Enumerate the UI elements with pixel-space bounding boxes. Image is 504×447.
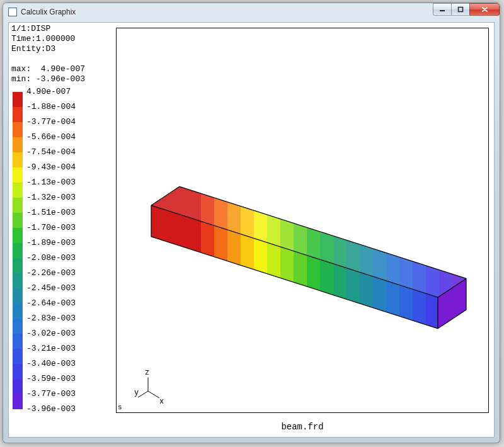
svg-rect-33 (294, 28, 308, 412)
svg-rect-32 (280, 28, 295, 412)
svg-rect-21 (413, 28, 427, 412)
legend-bar (13, 92, 23, 409)
info-dataset: 1/1:DISP (11, 24, 50, 33)
legend-value: 4.90e-007 (26, 84, 76, 99)
beam-render: z y x (117, 28, 488, 412)
svg-rect-41 (399, 28, 414, 412)
svg-rect-14 (320, 28, 335, 412)
svg-rect-38 (360, 28, 374, 412)
axis-z-label: z (145, 368, 149, 377)
svg-rect-18 (373, 28, 387, 412)
legend-value: -1.13e-003 (26, 175, 76, 190)
svg-rect-26 (201, 28, 215, 412)
legend-swatch (13, 319, 23, 334)
svg-rect-27 (214, 28, 229, 412)
legend-value: -5.66e-004 (26, 130, 76, 145)
app-icon (8, 8, 17, 16)
svg-rect-17 (360, 28, 374, 412)
svg-rect-43 (426, 28, 440, 412)
svg-rect-31 (267, 28, 282, 412)
legend-value: -3.77e-004 (26, 115, 76, 130)
legend-swatch (13, 183, 23, 198)
svg-line-48 (138, 391, 148, 397)
legend-swatch (13, 213, 23, 228)
legend-swatch (13, 152, 23, 167)
svg-rect-22 (426, 28, 440, 412)
svg-rect-24 (452, 28, 467, 412)
svg-rect-37 (346, 28, 361, 412)
axis-x-label: x (159, 397, 164, 406)
info-max: max: 4.90e-007 (11, 64, 85, 74)
svg-rect-30 (254, 28, 268, 412)
app-window: Calculix Graphix 1/1:DISP Time:1.000000 … (3, 3, 500, 443)
legend-labels: 4.90e-007-1.88e-004-3.77e-004-5.66e-004-… (26, 84, 76, 417)
minimize-button[interactable] (433, 3, 452, 16)
svg-rect-12 (294, 28, 308, 412)
legend-value: -3.96e-003 (26, 402, 76, 417)
svg-line-49 (148, 391, 159, 398)
svg-rect-16 (346, 28, 361, 412)
legend-swatch (13, 303, 23, 319)
info-entity: Entity:D3 (11, 44, 55, 54)
legend-value: -3.40e-003 (26, 356, 76, 371)
svg-rect-39 (373, 28, 387, 412)
svg-rect-28 (227, 28, 242, 412)
legend-swatch (13, 288, 23, 303)
filename-label: beam.frd (116, 422, 489, 432)
titlebar[interactable]: Calculix Graphix (3, 3, 500, 21)
close-button[interactable] (469, 3, 500, 16)
legend-value: -1.32e-003 (26, 190, 76, 205)
svg-rect-35 (320, 28, 335, 412)
svg-rect-36 (333, 28, 348, 412)
legend-value: -1.88e-004 (26, 99, 76, 115)
legend-swatch (13, 379, 23, 394)
plot-viewport[interactable]: z y x s (116, 28, 489, 413)
legend-swatch (13, 198, 23, 213)
legend-swatch (13, 364, 23, 379)
legend-swatch (13, 167, 23, 183)
legend-swatch (13, 92, 23, 107)
legend-swatch (13, 334, 23, 349)
legend-swatch (13, 137, 23, 152)
legend-swatch (13, 228, 23, 243)
svg-rect-15 (333, 28, 348, 412)
legend-value: -7.54e-004 (26, 145, 76, 160)
client-area: 1/1:DISP Time:1.000000 Entity:D3 max: 4.… (8, 22, 495, 438)
info-time: Time:1.000000 (11, 34, 75, 43)
legend-swatch (13, 122, 23, 137)
legend-swatch (13, 243, 23, 258)
legend-swatch (13, 107, 23, 122)
legend-value: -2.64e-003 (26, 296, 76, 311)
color-legend: 4.90e-007-1.88e-004-3.77e-004-5.66e-004-… (13, 92, 76, 417)
svg-rect-1 (459, 8, 463, 12)
svg-rect-13 (307, 28, 321, 412)
maximize-button[interactable] (451, 3, 470, 16)
legend-value: -3.21e-003 (26, 341, 76, 356)
info-min: min: -3.96e-003 (11, 74, 85, 84)
svg-rect-23 (439, 28, 454, 412)
svg-rect-4 (151, 28, 202, 412)
axis-triad-icon: z y x (134, 368, 164, 406)
svg-rect-20 (399, 28, 414, 412)
svg-rect-45 (452, 28, 467, 412)
legend-value: -2.83e-003 (26, 311, 76, 326)
legend-value: -1.89e-003 (26, 235, 76, 251)
corner-marker: s (118, 404, 122, 411)
legend-swatch (13, 394, 23, 409)
legend-value: -9.43e-004 (26, 160, 76, 175)
svg-rect-40 (386, 28, 401, 412)
legend-swatch (13, 258, 23, 273)
legend-swatch (13, 349, 23, 364)
axis-y-label: y (134, 388, 139, 397)
legend-value: -3.59e-003 (26, 371, 76, 387)
legend-swatch (13, 273, 23, 288)
svg-rect-42 (413, 28, 427, 412)
svg-rect-29 (241, 28, 255, 412)
legend-value: -2.08e-003 (26, 251, 76, 266)
legend-value: -3.02e-003 (26, 326, 76, 341)
svg-rect-44 (439, 28, 454, 412)
legend-value: -2.45e-003 (26, 281, 76, 296)
legend-value: -2.26e-003 (26, 266, 76, 281)
window-title: Calculix Graphix (21, 8, 76, 16)
legend-value: -3.77e-003 (26, 387, 76, 402)
